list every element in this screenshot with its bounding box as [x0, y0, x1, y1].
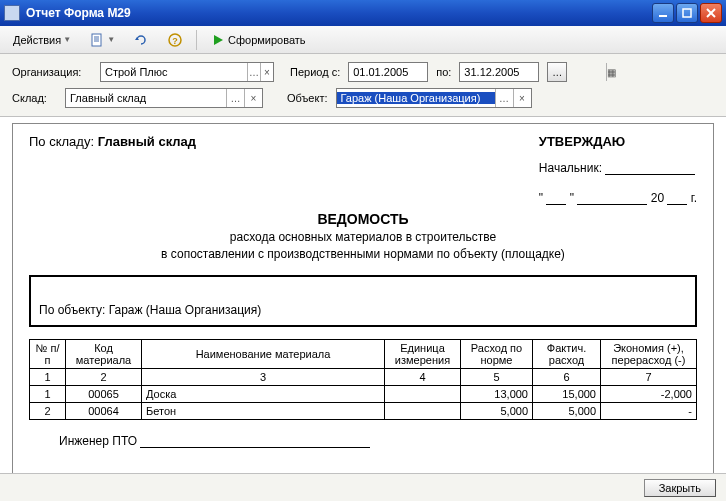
report-warehouse-heading: По складу: Главный склад: [29, 134, 196, 205]
period-to-field[interactable]: ▦: [459, 62, 539, 82]
generate-button[interactable]: Сформировать: [203, 29, 313, 51]
warehouse-clear-button[interactable]: ×: [244, 89, 262, 107]
period-label: Период с:: [290, 66, 340, 78]
org-clear-button[interactable]: ×: [260, 63, 273, 81]
table-colnum-row: 1 2 3 4 5 6 7: [30, 368, 697, 385]
play-icon: [210, 32, 226, 48]
footer: Закрыть: [0, 473, 726, 501]
restore-icon: [133, 32, 149, 48]
materials-table: № п/п Код материала Наименование материа…: [29, 339, 697, 420]
approval-date-line: " " 20 г.: [539, 191, 697, 205]
table-header-row: № п/п Код материала Наименование материа…: [30, 339, 697, 368]
page-icon: [89, 32, 105, 48]
help-icon: ?: [167, 32, 183, 48]
toolbar-dropdown-button[interactable]: ▼: [82, 29, 122, 51]
report-document: По складу: Главный склад УТВЕРЖДАЮ Начал…: [13, 124, 713, 458]
org-input[interactable]: [101, 66, 247, 78]
actions-menu[interactable]: Действия ▼: [6, 29, 78, 51]
svg-rect-4: [92, 34, 101, 46]
col-fact: Фактич. расход: [533, 339, 601, 368]
col-name: Наименование материала: [142, 339, 385, 368]
col-code: Код материала: [66, 339, 142, 368]
actions-label: Действия: [13, 34, 61, 46]
table-row: 1 00065 Доска 13,000 15,000 -2,000: [30, 385, 697, 402]
report-title: ВЕДОМОСТЬ: [29, 211, 697, 227]
object-input[interactable]: [337, 92, 495, 104]
maximize-button[interactable]: [676, 3, 698, 23]
period-to-calendar-button[interactable]: ▦: [606, 63, 616, 81]
warehouse-field[interactable]: … ×: [65, 88, 263, 108]
object-label: Объект:: [287, 92, 328, 104]
org-label: Организация:: [12, 66, 92, 78]
period-from-field[interactable]: ▦: [348, 62, 428, 82]
help-button[interactable]: ?: [160, 29, 190, 51]
svg-rect-1: [683, 9, 691, 17]
object-clear-button[interactable]: ×: [513, 89, 531, 107]
chevron-down-icon: ▼: [63, 35, 71, 44]
svg-marker-11: [214, 35, 223, 45]
period-to-label: по:: [436, 66, 451, 78]
toolbar: Действия ▼ ▼ ? Сформировать: [0, 26, 726, 54]
col-econ: Экономия (+), перерасход (-): [601, 339, 697, 368]
org-select-button[interactable]: …: [247, 63, 260, 81]
app-icon: [4, 5, 20, 21]
object-field[interactable]: … ×: [336, 88, 532, 108]
title-bar: Отчет Форма М29: [0, 0, 726, 26]
object-select-button[interactable]: …: [495, 89, 513, 107]
restore-settings-button[interactable]: [126, 29, 156, 51]
params-panel: Организация: … × Период с: ▦ по: ▦ … Скл…: [0, 54, 726, 117]
warehouse-select-button[interactable]: …: [226, 89, 244, 107]
toolbar-separator: [196, 30, 197, 50]
report-viewport[interactable]: По складу: Главный склад УТВЕРЖДАЮ Начал…: [12, 123, 714, 501]
svg-text:?: ?: [172, 36, 178, 46]
col-unit: Единица измерения: [385, 339, 461, 368]
period-dialog-button[interactable]: …: [547, 62, 567, 82]
table-row: 2 00064 Бетон 5,000 5,000 -: [30, 402, 697, 419]
calendar-icon: ▦: [607, 67, 616, 78]
approve-heading: УТВЕРЖДАЮ: [539, 134, 697, 149]
chief-line: Начальник:: [539, 161, 697, 175]
period-to-input[interactable]: [460, 66, 606, 78]
chevron-down-icon: ▼: [107, 35, 115, 44]
col-num: № п/п: [30, 339, 66, 368]
window-title: Отчет Форма М29: [26, 6, 652, 20]
warehouse-input[interactable]: [66, 92, 226, 104]
engineer-signature: Инженер ПТО: [29, 434, 697, 448]
generate-label: Сформировать: [228, 34, 306, 46]
object-box: По объекту: Гараж (Наша Организация): [29, 275, 697, 327]
minimize-button[interactable]: [652, 3, 674, 23]
close-window-button[interactable]: [700, 3, 722, 23]
close-button[interactable]: Закрыть: [644, 479, 716, 497]
warehouse-label: Склад:: [12, 92, 57, 104]
report-subtitle: расхода основных материалов в строительс…: [29, 229, 697, 263]
org-field[interactable]: … ×: [100, 62, 274, 82]
col-norm: Расход по норме: [461, 339, 533, 368]
